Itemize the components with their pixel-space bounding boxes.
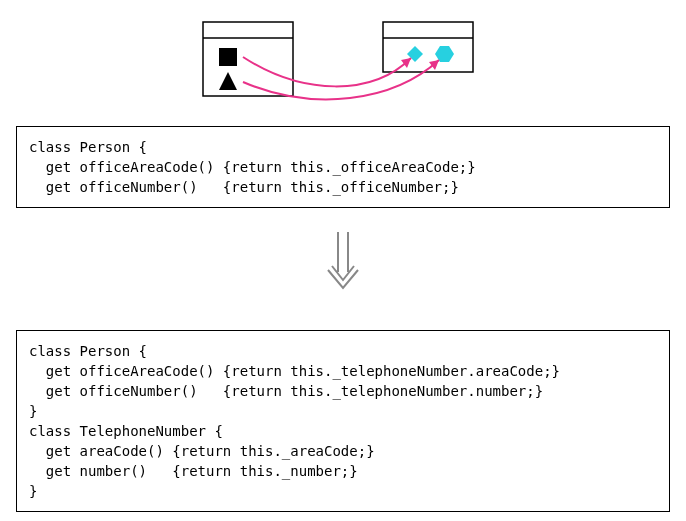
code-after: class Person { get officeAreaCode() {ret… (16, 330, 670, 512)
down-arrow-icon (323, 230, 363, 294)
target-class-box (383, 22, 473, 72)
diagram-svg (193, 16, 493, 106)
transform-arrow (16, 214, 670, 324)
code-before: class Person { get officeAreaCode() {ret… (16, 126, 670, 208)
black-square-icon (219, 48, 237, 66)
extract-class-diagram (16, 10, 670, 120)
